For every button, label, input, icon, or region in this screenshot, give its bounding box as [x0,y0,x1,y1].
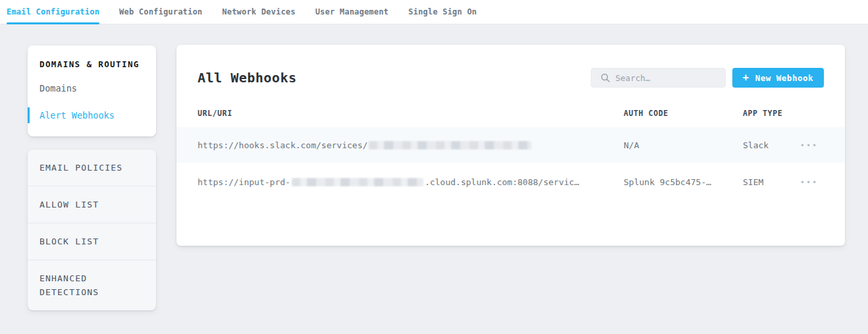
new-webhook-button[interactable]: + New Webhook [732,68,824,88]
domains-routing-title: DOMAINS & ROUTING [28,59,156,69]
table-row: https://input-prd- .cloud.splunk.com:808… [176,163,845,201]
webhooks-panel: All Webhooks + New Webhook URL/URI AUTH … [176,45,845,246]
webhook-url-prefix: https://hooks.slack.com/services/ [198,140,367,150]
search-box [591,68,726,88]
app-type-cell: SIEM [743,177,794,187]
webhooks-table: URL/URI AUTH CODE APP TYPE https://hooks… [176,109,845,201]
redacted-url-segment [292,178,423,186]
row-menu-ellipsis-icon[interactable]: ••• [800,141,819,150]
webhook-url-cell: https://hooks.slack.com/services/ [198,140,624,150]
table-header-row: URL/URI AUTH CODE APP TYPE [176,109,845,127]
sidebar-item-allow-list[interactable]: ALLOW LIST [28,186,156,223]
tab-web-configuration[interactable]: Web Configuration [119,0,202,24]
redacted-url-segment [369,141,531,150]
webhook-url-cell: https://input-prd- .cloud.splunk.com:808… [198,177,624,187]
auth-code-cell: Splunk 9c5bc475-… [624,177,743,187]
domains-routing-card: DOMAINS & ROUTING Domains Alert Webhooks [28,45,156,136]
tab-network-devices[interactable]: Network Devices [222,0,295,24]
page-title: All Webhooks [198,70,297,86]
sidebar-item-block-list[interactable]: BLOCK LIST [28,223,156,260]
column-header-url-uri: URL/URI [198,109,624,118]
sidebar-item-domains[interactable]: Domains [28,80,156,96]
tab-user-management[interactable]: User Management [315,0,389,24]
column-header-auth-code: AUTH CODE [624,109,743,118]
webhook-url-prefix: https://input-prd- [198,177,290,187]
search-input[interactable] [616,73,719,83]
webhooks-panel-header: All Webhooks + New Webhook [176,45,845,88]
tab-email-configuration[interactable]: Email Configuration [7,0,99,24]
column-header-app-type: APP TYPE [743,109,794,118]
sidebar-item-enhanced-detections[interactable]: ENHANCED DETECTIONS [28,260,156,310]
app-type-cell: Slack [743,140,794,150]
table-row: https://hooks.slack.com/services/ N/A Sl… [176,127,845,163]
auth-code-cell: N/A [624,140,743,150]
top-navigation: Email Configuration Web Configuration Ne… [0,0,868,24]
sidebar-item-email-policies[interactable]: EMAIL POLICIES [28,150,156,186]
row-menu-ellipsis-icon[interactable]: ••• [800,178,819,187]
webhook-url-suffix: .cloud.splunk.com:8088/servic… [425,177,580,187]
new-webhook-button-label: New Webhook [755,73,813,83]
plus-icon: + [743,72,749,83]
tab-single-sign-on[interactable]: Single Sign On [408,0,477,24]
search-icon [601,73,610,82]
sidebar-sections-card: EMAIL POLICIES ALLOW LIST BLOCK LIST ENH… [28,150,156,310]
column-header-actions [794,109,824,118]
sidebar-item-alert-webhooks[interactable]: Alert Webhooks [28,107,156,123]
header-controls: + New Webhook [591,68,824,88]
